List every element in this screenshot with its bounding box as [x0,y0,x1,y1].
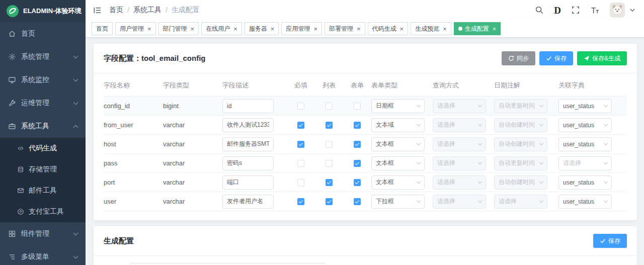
close-icon[interactable]: × [493,26,497,32]
view-tab[interactable]: 首页 [92,22,113,35]
form-checkbox[interactable] [354,122,361,129]
form-type-select[interactable]: 文本框 [371,156,425,170]
column-header: 字段描述 [222,81,287,90]
form-type-select[interactable]: 文本框 [371,137,425,151]
select-value: 请选择 [437,121,455,129]
close-icon[interactable]: × [271,26,275,32]
select-value: 自动更新时间 [499,102,535,110]
save-generate-button[interactable]: 保存&生成 [577,51,627,65]
close-icon[interactable]: × [191,26,195,32]
list-checkbox[interactable] [326,198,333,205]
sidebar-subitem-label: 支付宝工具 [29,207,64,216]
select-value: user_status [563,198,594,205]
breadcrumb-item[interactable]: 首页 [109,6,123,15]
form-type-select[interactable]: 文本框 [371,175,425,190]
dict-select[interactable]: 请选择 [558,156,612,170]
field-desc-input[interactable] [222,195,274,209]
required-checkbox[interactable] [297,198,304,205]
form-checkbox[interactable] [354,198,361,205]
view-tab[interactable]: 生成配置× [454,22,501,35]
dict-select[interactable]: user_status [558,195,612,209]
sidebar-item[interactable]: 组件管理 [0,222,86,245]
sidebar-toggle-icon[interactable] [93,6,102,15]
list-checkbox[interactable] [326,160,333,167]
field-type: bigint [163,102,222,110]
sidebar-subitem[interactable]: 邮件工具 [0,180,86,201]
generator-save-button-label: 保存 [608,237,620,245]
field-type: varchar [163,179,222,186]
required-checkbox[interactable] [297,141,304,148]
close-icon[interactable]: × [147,26,151,32]
dict-select[interactable]: user_status [558,99,612,113]
list-checkbox[interactable] [326,103,333,110]
field-desc-input[interactable] [222,156,274,170]
sync-button[interactable]: 同步 [502,51,535,65]
form-checkbox[interactable] [354,103,361,110]
sidebar-item[interactable]: 首页 [0,22,86,45]
view-tab[interactable]: 代码生成× [368,22,409,35]
fullscreen-icon[interactable] [571,6,580,15]
field-desc-input[interactable] [222,118,274,132]
generator-config-header: 生成配置 保存 [94,226,637,256]
close-icon[interactable]: × [313,26,317,32]
view-tab[interactable]: 生成预览× [411,22,451,35]
generator-save-button[interactable]: 保存 [593,234,627,248]
mail-icon [17,187,24,194]
generator-form-input[interactable] [130,263,326,265]
list-checkbox[interactable] [326,179,333,186]
field-desc-input[interactable] [222,175,274,190]
chevron-down-icon [478,141,482,145]
column-header: 关联字典 [558,81,625,90]
sidebar-item[interactable]: 多级菜单 [0,245,86,265]
close-icon[interactable]: × [443,26,447,32]
dict-select[interactable]: user_status [558,137,612,151]
view-tab[interactable]: 服务器× [245,22,279,35]
sidebar-item-label: 首页 [21,29,35,38]
sidebar-subitem[interactable]: 代码生成 [0,138,86,159]
font-size-icon[interactable] [590,6,600,15]
view-tab[interactable]: 部门管理× [158,22,199,35]
view-tab[interactable]: 用户管理× [115,22,156,35]
view-tab[interactable]: 部署管理× [325,22,365,35]
sidebar-item[interactable]: 运维管理 [0,92,86,115]
breadcrumb-item[interactable]: 系统工具 [133,6,162,15]
content: 字段配置：tool_email_config 同步 保存 保存&生成 [86,38,644,265]
save-button[interactable]: 保存 [539,51,573,65]
dict-select[interactable]: user_status [558,175,612,190]
user-menu-caret-icon[interactable] [630,9,635,12]
sidebar-item[interactable]: 系统管理 [0,45,86,68]
docs-icon[interactable]: D [554,6,561,15]
form-checkbox[interactable] [354,179,361,186]
column-header: 表单 [343,81,371,90]
select-value: 自动创建时间 [499,140,535,148]
form-checkbox[interactable] [354,141,361,148]
view-tab-label: 在线用户 [206,25,230,33]
sidebar-subitem[interactable]: 存储管理 [0,159,86,180]
form-type-select[interactable]: 下拉框 [371,195,425,209]
select-value: 请选择 [437,159,455,167]
required-checkbox[interactable] [297,122,304,129]
form-type-select[interactable]: 文本域 [371,118,425,132]
select-value: user_status [563,179,594,186]
sidebar-item[interactable]: 系统工具 [0,115,86,138]
dict-select[interactable]: user_status [558,118,612,132]
form-checkbox[interactable] [354,160,361,167]
close-icon[interactable]: × [233,26,237,32]
required-checkbox[interactable] [297,179,304,186]
view-tab[interactable]: 应用管理× [281,22,322,35]
field-desc-input[interactable] [222,137,274,151]
list-checkbox[interactable] [326,141,333,148]
required-checkbox[interactable] [297,103,304,110]
list-checkbox[interactable] [326,122,333,129]
close-icon[interactable]: × [400,26,404,32]
app-logo[interactable]: ELADMIN-体验环境 [0,0,86,22]
form-type-select[interactable]: 日期框 [371,99,425,113]
sidebar-item[interactable]: 系统监控 [0,68,86,92]
search-icon[interactable] [535,6,544,15]
view-tab[interactable]: 在线用户× [201,22,242,35]
sidebar-subitem[interactable]: 支付宝工具 [0,201,86,222]
close-icon[interactable]: × [357,26,361,32]
required-checkbox[interactable] [297,160,304,167]
user-avatar[interactable] [610,3,625,18]
field-desc-input[interactable] [222,99,274,113]
